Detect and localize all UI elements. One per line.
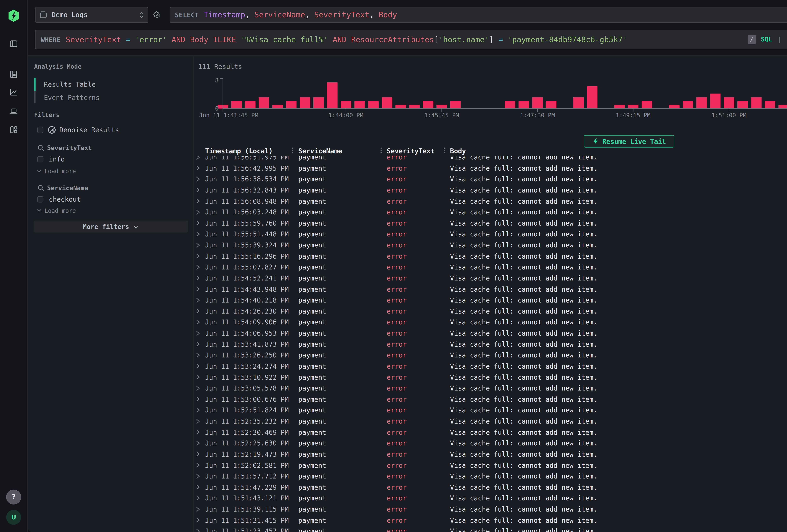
sidebar-item-line-chart[interactable] — [5, 85, 22, 101]
table-row[interactable]: Jun 11 1:51:23.457 PMpaymenterrorVisa ca… — [194, 526, 787, 532]
checkbox[interactable] — [37, 127, 43, 133]
help-button[interactable]: ? — [6, 490, 21, 505]
histogram-bar[interactable] — [273, 105, 283, 109]
histogram-bar[interactable] — [546, 101, 557, 109]
histogram-bar[interactable] — [697, 97, 707, 108]
table-row[interactable]: Jun 11 1:56:51.975 PMpaymenterrorVisa ca… — [194, 156, 787, 163]
table-row[interactable]: Jun 11 1:51:39.115 PMpaymenterrorVisa ca… — [194, 504, 787, 515]
sidebar-item-panel-left[interactable] — [5, 36, 22, 52]
user-avatar[interactable]: U — [6, 510, 21, 525]
histogram-bar[interactable] — [231, 101, 242, 109]
histogram-bar[interactable] — [382, 97, 392, 108]
row-expand-chevron-icon[interactable] — [195, 297, 201, 303]
resume-live-tail-button[interactable]: Resume Live Tail — [584, 135, 675, 148]
table-row[interactable]: Jun 11 1:52:35.232 PMpaymenterrorVisa ca… — [194, 416, 787, 427]
column-header-severitytext[interactable]: SeverityText — [387, 146, 434, 156]
row-expand-chevron-icon[interactable] — [195, 308, 201, 314]
row-expand-chevron-icon[interactable] — [195, 156, 201, 160]
histogram-bar[interactable] — [409, 105, 420, 109]
histogram-bar[interactable] — [314, 97, 324, 108]
row-expand-chevron-icon[interactable] — [195, 165, 201, 171]
source-select[interactable]: Demo Logs — [35, 7, 148, 23]
table-row[interactable]: Jun 11 1:54:06.953 PMpaymenterrorVisa ca… — [194, 328, 787, 339]
histogram-bar[interactable] — [355, 101, 365, 109]
table-row[interactable]: Jun 11 1:51:47.229 PMpaymenterrorVisa ca… — [194, 482, 787, 493]
analysis-mode-event-patterns[interactable]: Event Patterns — [44, 94, 100, 102]
table-row[interactable]: Jun 11 1:54:09.906 PMpaymenterrorVisa ca… — [194, 317, 787, 328]
table-row[interactable]: Jun 11 1:56:32.843 PMpaymenterrorVisa ca… — [194, 185, 787, 196]
table-row[interactable]: Jun 11 1:54:43.948 PMpaymenterrorVisa ca… — [194, 284, 787, 295]
histogram-bar[interactable] — [642, 101, 652, 109]
histogram-bar[interactable] — [368, 101, 379, 109]
column-resize-handle[interactable] — [380, 147, 382, 155]
sidebar-item-notebook[interactable] — [5, 67, 22, 83]
histogram-bar[interactable] — [724, 97, 735, 108]
table-row[interactable]: Jun 11 1:53:26.250 PMpaymenterrorVisa ca… — [194, 350, 787, 361]
checkout-option[interactable]: checkout — [37, 195, 81, 203]
table-row[interactable]: Jun 11 1:52:19.473 PMpaymenterrorVisa ca… — [194, 449, 787, 460]
row-expand-chevron-icon[interactable] — [195, 264, 201, 270]
row-expand-chevron-icon[interactable] — [195, 187, 201, 193]
table-row[interactable]: Jun 11 1:55:51.448 PMpaymenterrorVisa ca… — [194, 229, 787, 240]
histogram-bar[interactable] — [505, 101, 515, 109]
load-more-servicename[interactable]: Load more — [36, 207, 76, 214]
table-row[interactable]: Jun 11 1:52:51.824 PMpaymenterrorVisa ca… — [194, 405, 787, 416]
column-resize-handle[interactable] — [443, 147, 445, 155]
row-expand-chevron-icon[interactable] — [195, 429, 201, 435]
table-row[interactable]: Jun 11 1:54:52.241 PMpaymenterrorVisa ca… — [194, 273, 787, 284]
row-expand-chevron-icon[interactable] — [195, 231, 201, 237]
histogram-bar[interactable] — [683, 101, 693, 109]
sql-toggle[interactable]: SQL — [761, 36, 772, 43]
row-expand-chevron-icon[interactable] — [195, 242, 201, 248]
checkbox[interactable] — [37, 196, 43, 203]
histogram-bar[interactable] — [587, 86, 598, 109]
column-header-servicename[interactable]: ServiceName — [298, 146, 342, 156]
table-row[interactable]: Jun 11 1:53:41.873 PMpaymenterrorVisa ca… — [194, 339, 787, 350]
row-expand-chevron-icon[interactable] — [195, 341, 201, 347]
row-expand-chevron-icon[interactable] — [195, 506, 201, 512]
table-row[interactable]: Jun 11 1:55:39.324 PMpaymenterrorVisa ca… — [194, 240, 787, 251]
histogram-bar[interactable] — [669, 105, 680, 109]
histogram-bar[interactable] — [710, 93, 721, 108]
histogram-bar[interactable] — [259, 97, 269, 108]
column-resize-handle[interactable] — [292, 147, 293, 155]
table-row[interactable]: Jun 11 1:56:03.248 PMpaymenterrorVisa ca… — [194, 207, 787, 218]
sidebar-item-laptop[interactable] — [5, 104, 22, 120]
table-row[interactable]: Jun 11 1:52:25.630 PMpaymenterrorVisa ca… — [194, 438, 787, 449]
table-row[interactable]: Jun 11 1:51:57.712 PMpaymenterrorVisa ca… — [194, 471, 787, 482]
histogram-bar[interactable] — [532, 97, 543, 108]
histogram-bar[interactable] — [450, 101, 461, 109]
histogram-bar[interactable] — [779, 105, 787, 109]
row-expand-chevron-icon[interactable] — [195, 331, 201, 336]
histogram-bar[interactable] — [396, 105, 406, 109]
row-expand-chevron-icon[interactable] — [195, 176, 201, 182]
table-row[interactable]: Jun 11 1:51:31.415 PMpaymenterrorVisa ca… — [194, 515, 787, 526]
row-expand-chevron-icon[interactable] — [195, 396, 201, 402]
row-expand-chevron-icon[interactable] — [195, 286, 201, 292]
column-header-timestamp-local-[interactable]: Timestamp (Local) — [205, 146, 273, 156]
row-expand-chevron-icon[interactable] — [195, 353, 201, 358]
histogram-bar[interactable] — [614, 105, 625, 109]
table-row[interactable]: Jun 11 1:55:07.827 PMpaymenterrorVisa ca… — [194, 262, 787, 273]
table-row[interactable]: Jun 11 1:53:24.274 PMpaymenterrorVisa ca… — [194, 361, 787, 372]
row-expand-chevron-icon[interactable] — [195, 385, 201, 391]
load-more-severitytext[interactable]: Load more — [36, 168, 76, 174]
table-row[interactable]: Jun 11 1:56:42.995 PMpaymenterrorVisa ca… — [194, 163, 787, 174]
checkbox[interactable] — [37, 156, 43, 163]
row-expand-chevron-icon[interactable] — [195, 319, 201, 325]
results-histogram[interactable]: Jun 11 1:41:45 PM1:44:00 PM1:45:45 PM1:4… — [194, 74, 787, 120]
histogram-bar[interactable] — [437, 105, 447, 109]
row-expand-chevron-icon[interactable] — [195, 275, 201, 281]
histogram-bar[interactable] — [327, 82, 338, 108]
row-expand-chevron-icon[interactable] — [195, 198, 201, 204]
table-row[interactable]: Jun 11 1:54:40.218 PMpaymenterrorVisa ca… — [194, 295, 787, 306]
table-row[interactable]: Jun 11 1:53:05.578 PMpaymenterrorVisa ca… — [194, 383, 787, 394]
row-expand-chevron-icon[interactable] — [195, 209, 201, 215]
table-row[interactable]: Jun 11 1:51:43.121 PMpaymenterrorVisa ca… — [194, 493, 787, 504]
histogram-bar[interactable] — [519, 101, 529, 109]
analysis-mode-results-table[interactable]: Results Table — [44, 81, 96, 88]
table-row[interactable]: Jun 11 1:53:00.676 PMpaymenterrorVisa ca… — [194, 394, 787, 405]
histogram-bar[interactable] — [300, 97, 311, 108]
row-expand-chevron-icon[interactable] — [195, 463, 201, 468]
row-expand-chevron-icon[interactable] — [195, 451, 201, 457]
